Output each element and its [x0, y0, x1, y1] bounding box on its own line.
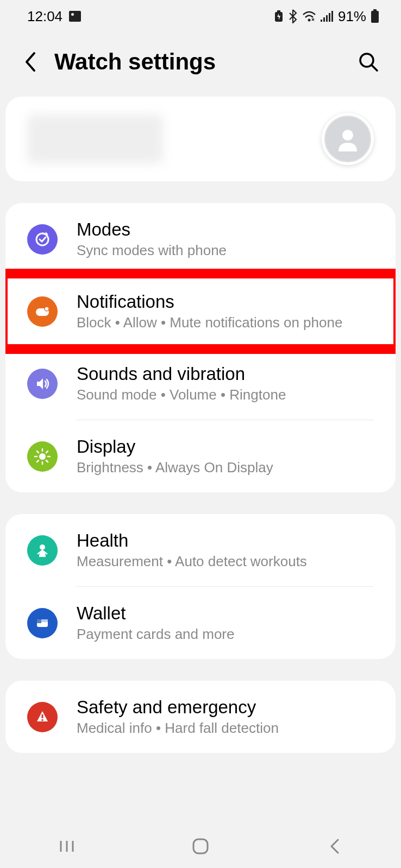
- recents-button[interactable]: [51, 835, 83, 857]
- health-icon: [27, 535, 58, 566]
- row-title: Display: [77, 436, 374, 457]
- android-nav-bar: [0, 825, 401, 868]
- svg-line-21: [37, 451, 39, 453]
- svg-line-22: [46, 460, 48, 462]
- wallet-icon: [27, 608, 58, 638]
- home-button[interactable]: [184, 835, 217, 857]
- svg-point-25: [40, 544, 45, 550]
- svg-rect-6: [329, 13, 330, 22]
- row-health[interactable]: Health Measurement • Auto detect workout…: [5, 514, 396, 586]
- row-sounds[interactable]: Sounds and vibration Sound mode • Volume…: [5, 347, 396, 420]
- svg-line-23: [46, 451, 48, 453]
- profile-name-blurred: [27, 115, 163, 163]
- svg-point-10: [360, 54, 373, 67]
- page-title: Watch settings: [54, 49, 341, 75]
- svg-rect-28: [37, 619, 41, 623]
- row-subtitle: Payment cards and more: [77, 626, 374, 643]
- image-icon: [69, 11, 81, 22]
- safety-icon: [27, 702, 58, 732]
- bluetooth-icon: [288, 9, 298, 23]
- row-title: Modes: [77, 219, 374, 240]
- row-subtitle: Sync modes with phone: [77, 242, 374, 259]
- svg-point-2: [308, 19, 310, 22]
- row-notifications[interactable]: Notifications Block • Allow • Mute notif…: [5, 275, 396, 347]
- svg-line-24: [37, 460, 39, 462]
- row-modes[interactable]: Modes Sync modes with phone: [5, 203, 396, 275]
- search-button[interactable]: [358, 51, 379, 73]
- svg-point-16: [39, 453, 46, 460]
- row-safety[interactable]: Safety and emergency Medical info • Hard…: [5, 681, 396, 753]
- row-subtitle: Block • Allow • Mute notifications on ph…: [77, 314, 374, 331]
- row-title: Safety and emergency: [77, 697, 374, 718]
- svg-rect-1: [277, 10, 280, 12]
- modes-icon: [27, 224, 58, 255]
- settings-group-2: Health Measurement • Auto detect workout…: [5, 514, 396, 659]
- notifications-icon: [27, 296, 58, 327]
- svg-rect-5: [326, 15, 328, 22]
- settings-group-3: Safety and emergency Medical info • Hard…: [5, 681, 396, 753]
- settings-group-1: Modes Sync modes with phone Notification…: [5, 203, 396, 492]
- battery-saver-icon: [274, 10, 284, 22]
- row-subtitle: Medical info • Hard fall detection: [77, 720, 374, 737]
- back-button[interactable]: [22, 54, 38, 70]
- sounds-icon: [27, 369, 58, 399]
- profile-card[interactable]: [5, 97, 396, 181]
- battery-icon: [371, 9, 379, 23]
- svg-point-12: [342, 130, 353, 141]
- svg-rect-29: [42, 714, 43, 718]
- row-title: Notifications: [77, 292, 374, 312]
- svg-rect-7: [331, 11, 333, 22]
- svg-rect-8: [373, 9, 377, 11]
- row-display[interactable]: Display Brightness • Always On Display: [5, 420, 396, 492]
- svg-rect-9: [371, 11, 379, 23]
- svg-line-11: [372, 66, 377, 71]
- row-title: Health: [77, 530, 374, 551]
- row-subtitle: Measurement • Auto detect workouts: [77, 553, 374, 570]
- svg-rect-30: [42, 719, 43, 721]
- svg-rect-4: [323, 17, 325, 22]
- row-wallet[interactable]: Wallet Payment cards and more: [5, 587, 396, 659]
- row-title: Wallet: [77, 603, 374, 624]
- status-time: 12:04: [27, 8, 62, 25]
- avatar: [322, 113, 374, 165]
- svg-rect-3: [321, 20, 322, 22]
- signal-icon: [321, 11, 334, 22]
- page-header: Watch settings: [0, 33, 401, 97]
- row-subtitle: Brightness • Always On Display: [77, 459, 374, 476]
- svg-point-15: [45, 307, 49, 311]
- row-subtitle: Sound mode • Volume • Ringtone: [77, 387, 374, 403]
- status-battery-pct: 91%: [338, 8, 366, 25]
- status-bar: 12:04 91%: [0, 0, 401, 33]
- svg-rect-34: [193, 839, 208, 853]
- row-title: Sounds and vibration: [77, 364, 374, 384]
- wifi-icon: [302, 10, 316, 22]
- display-icon: [27, 441, 58, 472]
- back-nav-button[interactable]: [318, 835, 350, 857]
